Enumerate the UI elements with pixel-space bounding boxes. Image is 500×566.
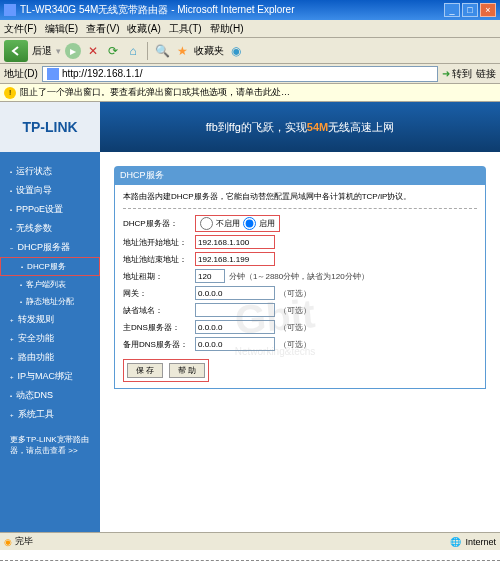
back-label: 后退 <box>32 44 52 58</box>
popup-blocker-bar[interactable]: ! 阻止了一个弹出窗口。要查看此弹出窗口或其他选项，请单击此处… <box>0 84 500 102</box>
menu-file[interactable]: 文件(F) <box>4 22 37 36</box>
sidebar-item-status[interactable]: •运行状态 <box>0 162 100 181</box>
url-text: http://192.168.1.1/ <box>62 68 143 79</box>
internet-zone-icon: 🌐 <box>450 537 461 547</box>
dhcp-on-radio[interactable] <box>243 217 256 230</box>
sidebar-item-clients[interactable]: •客户端列表 <box>0 276 100 293</box>
end-addr-input[interactable] <box>195 252 275 266</box>
address-bar: 地址(D) http://192.168.1.1/ ➜ 转到 链接 <box>0 64 500 84</box>
sidebar-item-pppoe[interactable]: •PPPoE设置 <box>0 200 100 219</box>
sidebar-item-static[interactable]: •静态地址分配 <box>0 293 100 310</box>
sidebar: •运行状态 •设置向导 •PPPoE设置 •无线参数 −DHCP服务器 •DHC… <box>0 152 100 532</box>
sidebar-item-security[interactable]: +安全功能 <box>0 329 100 348</box>
go-arrow-icon: ➜ <box>442 68 450 79</box>
dns2-input[interactable] <box>195 337 275 351</box>
stop-button[interactable]: ✕ <box>85 43 101 59</box>
domain-input[interactable] <box>195 303 275 317</box>
lease-label: 地址租期： <box>123 271 195 282</box>
lease-input[interactable] <box>195 269 225 283</box>
infobar-text: 阻止了一个弹出窗口。要查看此弹出窗口或其他选项，请单击此处… <box>20 86 290 99</box>
menu-view[interactable]: 查看(V) <box>86 22 119 36</box>
save-button[interactable]: 保 存 <box>127 363 163 378</box>
panel-title: DHCP服务 <box>114 166 486 185</box>
sidebar-item-wireless[interactable]: •无线参数 <box>0 219 100 238</box>
dns1-input[interactable] <box>195 320 275 334</box>
favorites-icon: ★ <box>174 43 190 59</box>
banner-slogan: ffb到ffg的飞跃，实现 54M 无线高速上网 <box>100 102 500 152</box>
done-icon: ◉ <box>4 537 12 547</box>
menu-edit[interactable]: 编辑(E) <box>45 22 78 36</box>
minimize-button[interactable]: _ <box>444 3 460 17</box>
refresh-button[interactable]: ⟳ <box>105 43 121 59</box>
forward-button[interactable]: ▸ <box>65 43 81 59</box>
status-text: 完毕 <box>15 535 33 548</box>
address-input[interactable]: http://192.168.1.1/ <box>42 66 438 82</box>
menu-help[interactable]: 帮助(H) <box>210 22 244 36</box>
maximize-button[interactable]: □ <box>462 3 478 17</box>
close-button[interactable]: × <box>480 3 496 17</box>
window-titlebar: TL-WR340G 54M无线宽带路由器 - Microsoft Interne… <box>0 0 500 20</box>
sidebar-item-dhcp-server[interactable]: −DHCP服务器 <box>0 238 100 257</box>
page-icon <box>47 68 59 80</box>
main-panel: DHCP服务 本路由器内建DHCP服务器，它能自动替您配置局域网中各计算机的TC… <box>100 152 500 532</box>
sidebar-item-dhcp-service[interactable]: •DHCP服务 <box>0 257 100 276</box>
button-row: 保 存 帮 助 <box>123 359 209 382</box>
gateway-input[interactable] <box>195 286 275 300</box>
back-button[interactable] <box>4 40 28 62</box>
warning-icon: ! <box>4 87 16 99</box>
home-button[interactable]: ⌂ <box>125 43 141 59</box>
sidebar-item-routing[interactable]: +路由功能 <box>0 348 100 367</box>
menu-bar: 文件(F) 编辑(E) 查看(V) 收藏(A) 工具(T) 帮助(H) <box>0 20 500 38</box>
menu-tools[interactable]: 工具(T) <box>169 22 202 36</box>
sidebar-footer[interactable]: 更多TP-LINK宽带路由器，请点击查看 >> <box>0 424 100 456</box>
dhcp-off-radio[interactable] <box>200 217 213 230</box>
start-addr-label: 地址池开始地址： <box>123 237 195 248</box>
internet-zone: Internet <box>465 537 496 547</box>
favorites-button[interactable]: 收藏夹 <box>194 44 224 58</box>
address-label: 地址(D) <box>4 67 38 81</box>
sidebar-item-ddns[interactable]: •动态DNS <box>0 386 100 405</box>
dns1-label: 主DNS服务器： <box>123 322 195 333</box>
start-addr-input[interactable] <box>195 235 275 249</box>
toolbar: 后退 ▾ ▸ ✕ ⟳ ⌂ 🔍 ★ 收藏夹 ◉ <box>0 38 500 64</box>
domain-label: 缺省域名： <box>123 305 195 316</box>
gateway-label: 网关： <box>123 288 195 299</box>
end-addr-label: 地址池结束地址： <box>123 254 195 265</box>
page-content: TP-LINK ffb到ffg的飞跃，实现 54M 无线高速上网 •运行状态 •… <box>0 102 500 532</box>
go-button[interactable]: ➜ 转到 <box>442 67 472 81</box>
dhcp-server-label: DHCP服务器： <box>123 218 195 229</box>
app-icon <box>4 4 16 16</box>
sidebar-item-ipmac[interactable]: +IP与MAC绑定 <box>0 367 100 386</box>
banner: TP-LINK ffb到ffg的飞跃，实现 54M 无线高速上网 <box>0 102 500 152</box>
menu-fav[interactable]: 收藏(A) <box>127 22 160 36</box>
sidebar-item-wizard[interactable]: •设置向导 <box>0 181 100 200</box>
help-button[interactable]: 帮 助 <box>169 363 205 378</box>
panel-description: 本路由器内建DHCP服务器，它能自动替您配置局域网中各计算机的TCP/IP协议。 <box>123 191 477 209</box>
status-bar: ◉ 完毕 🌐 Internet <box>0 532 500 550</box>
brand-logo: TP-LINK <box>0 102 100 152</box>
sidebar-item-forward[interactable]: +转发规则 <box>0 310 100 329</box>
dns2-label: 备用DNS服务器： <box>123 339 195 350</box>
links-button[interactable]: 链接 <box>476 67 496 81</box>
search-button[interactable]: 🔍 <box>154 43 170 59</box>
media-button[interactable]: ◉ <box>228 43 244 59</box>
sidebar-item-system[interactable]: +系统工具 <box>0 405 100 424</box>
back-arrow-icon <box>10 45 22 57</box>
window-title: TL-WR340G 54M无线宽带路由器 - Microsoft Interne… <box>20 3 444 17</box>
